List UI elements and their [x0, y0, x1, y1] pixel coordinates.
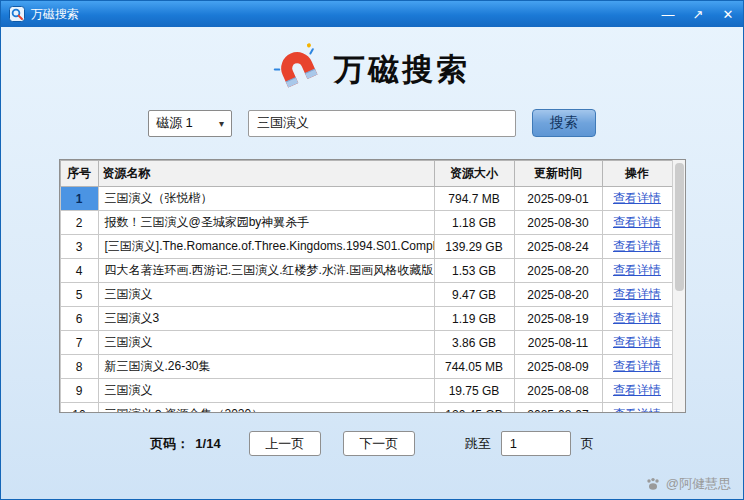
view-detail-link[interactable]: 查看详情	[613, 359, 661, 373]
row-index-cell: 8	[60, 355, 98, 379]
col-header-name: 资源名称	[98, 161, 434, 187]
table-row[interactable]: 1 三国演义（张悦楷） 794.7 MB 2025-09-01 查看详情	[60, 187, 672, 211]
page-unit-label: 页	[581, 435, 594, 453]
view-detail-link[interactable]: 查看详情	[613, 215, 661, 229]
row-date-cell: 2025-08-07	[514, 403, 602, 413]
row-index-cell: 1	[60, 187, 98, 211]
watermark: @阿健慧思	[645, 475, 731, 493]
search-row: 磁源 1 ▾ 搜索	[1, 109, 743, 137]
row-size-cell: 1.18 GB	[434, 211, 514, 235]
row-name-cell: 三国演义	[98, 379, 434, 403]
chevron-down-icon: ▾	[219, 118, 224, 129]
row-date-cell: 2025-08-24	[514, 235, 602, 259]
jump-page-input[interactable]	[501, 431, 571, 456]
row-index-cell: 7	[60, 331, 98, 355]
pagination-bar: 页码： 1/14 上一页 下一页 跳至 页	[1, 431, 743, 456]
table-row[interactable]: 5 三国演义 9.47 GB 2025-08-20 查看详情	[60, 283, 672, 307]
results-table: 序号 资源名称 资源大小 更新时间 操作 1 三国演义（张悦楷） 794.7 M…	[60, 160, 672, 412]
row-index-cell: 2	[60, 211, 98, 235]
table-row[interactable]: 9 三国演义 19.75 GB 2025-08-08 查看详情	[60, 379, 672, 403]
close-button[interactable]: ✕	[713, 1, 743, 27]
view-detail-link[interactable]: 查看详情	[613, 407, 661, 412]
row-date-cell: 2025-08-20	[514, 259, 602, 283]
view-detail-link[interactable]: 查看详情	[613, 239, 661, 253]
row-name-cell: 四大名著连环画.西游记.三国演义.红楼梦.水浒.国画风格收藏版	[98, 259, 434, 283]
scrollbar-thumb[interactable]	[675, 163, 684, 291]
row-size-cell: 744.05 MB	[434, 355, 514, 379]
view-detail-link[interactable]: 查看详情	[613, 311, 661, 325]
logo-title: 万磁搜索	[334, 49, 470, 91]
window-title: 万磁搜索	[31, 6, 653, 23]
table-row[interactable]: 3 [三国演义].The.Romance.of.Three.Kingdoms.1…	[60, 235, 672, 259]
row-size-cell: 9.47 GB	[434, 283, 514, 307]
row-name-cell: 三国演义	[98, 331, 434, 355]
row-action-cell: 查看详情	[602, 211, 672, 235]
paw-icon	[645, 476, 661, 492]
row-action-cell: 查看详情	[602, 283, 672, 307]
row-index-cell: 10	[60, 403, 98, 413]
row-action-cell: 查看详情	[602, 307, 672, 331]
table-row[interactable]: 8 新三国演义.26-30集 744.05 MB 2025-08-09 查看详情	[60, 355, 672, 379]
table-row[interactable]: 2 报数！三国演义@圣城家园by神翼杀手 1.18 GB 2025-08-30 …	[60, 211, 672, 235]
view-detail-link[interactable]: 查看详情	[613, 287, 661, 301]
table-header-row: 序号 资源名称 资源大小 更新时间 操作	[60, 161, 672, 187]
view-detail-link[interactable]: 查看详情	[613, 191, 661, 205]
view-detail-link[interactable]: 查看详情	[613, 383, 661, 397]
col-header-date: 更新时间	[514, 161, 602, 187]
table-row[interactable]: 6 三国演义3 1.19 GB 2025-08-19 查看详情	[60, 307, 672, 331]
row-size-cell: 3.86 GB	[434, 331, 514, 355]
col-header-index: 序号	[60, 161, 98, 187]
row-action-cell: 查看详情	[602, 403, 672, 413]
maximize-button[interactable]: ↗	[683, 1, 713, 27]
table-row[interactable]: 7 三国演义 3.86 GB 2025-08-11 查看详情	[60, 331, 672, 355]
col-header-action: 操作	[602, 161, 672, 187]
row-name-cell: 三国演义3	[98, 307, 434, 331]
view-detail-link[interactable]: 查看详情	[613, 335, 661, 349]
app-icon	[9, 6, 25, 22]
row-action-cell: 查看详情	[602, 235, 672, 259]
row-name-cell: 报数！三国演义@圣城家园by神翼杀手	[98, 211, 434, 235]
watermark-text: @阿健慧思	[666, 475, 731, 493]
row-date-cell: 2025-08-20	[514, 283, 602, 307]
row-name-cell: [三国演义].The.Romance.of.Three.Kingdoms.199…	[98, 235, 434, 259]
search-input[interactable]	[248, 110, 516, 137]
row-name-cell: 三国演义？资源合集（2020）	[98, 403, 434, 413]
row-index-cell: 9	[60, 379, 98, 403]
row-name-cell: 三国演义（张悦楷）	[98, 187, 434, 211]
table-row[interactable]: 10 三国演义？资源合集（2020） 120.45 GB 2025-08-07 …	[60, 403, 672, 413]
row-index-cell: 5	[60, 283, 98, 307]
row-size-cell: 1.19 GB	[434, 307, 514, 331]
results-table-container: 序号 资源名称 资源大小 更新时间 操作 1 三国演义（张悦楷） 794.7 M…	[59, 159, 686, 413]
app-window: 万磁搜索 — ↗ ✕ 万磁搜索 磁源 1 ▾ 搜索 序	[0, 0, 744, 500]
row-action-cell: 查看详情	[602, 355, 672, 379]
row-action-cell: 查看详情	[602, 187, 672, 211]
row-index-cell: 3	[60, 235, 98, 259]
page-number-value: 1/14	[195, 436, 220, 451]
row-action-cell: 查看详情	[602, 379, 672, 403]
search-button[interactable]: 搜索	[532, 109, 596, 137]
row-size-cell: 19.75 GB	[434, 379, 514, 403]
source-select[interactable]: 磁源 1 ▾	[148, 110, 232, 137]
source-select-value: 磁源 1	[156, 114, 193, 132]
col-header-size: 资源大小	[434, 161, 514, 187]
titlebar[interactable]: 万磁搜索 — ↗ ✕	[1, 1, 743, 27]
row-name-cell: 新三国演义.26-30集	[98, 355, 434, 379]
row-date-cell: 2025-08-09	[514, 355, 602, 379]
row-name-cell: 三国演义	[98, 283, 434, 307]
jump-to-label: 跳至	[465, 435, 491, 453]
magnet-icon	[266, 38, 329, 101]
table-row[interactable]: 4 四大名著连环画.西游记.三国演义.红楼梦.水浒.国画风格收藏版 1.53 G…	[60, 259, 672, 283]
view-detail-link[interactable]: 查看详情	[613, 263, 661, 277]
row-date-cell: 2025-09-01	[514, 187, 602, 211]
minimize-button[interactable]: —	[653, 1, 683, 27]
row-date-cell: 2025-08-11	[514, 331, 602, 355]
next-page-button[interactable]: 下一页	[343, 431, 415, 456]
row-action-cell: 查看详情	[602, 331, 672, 355]
prev-page-button[interactable]: 上一页	[249, 431, 321, 456]
row-size-cell: 1.53 GB	[434, 259, 514, 283]
table-scrollbar[interactable]	[672, 160, 685, 412]
row-index-cell: 6	[60, 307, 98, 331]
logo-row: 万磁搜索	[1, 45, 743, 95]
page-number-label: 页码：	[150, 435, 189, 453]
row-index-cell: 4	[60, 259, 98, 283]
